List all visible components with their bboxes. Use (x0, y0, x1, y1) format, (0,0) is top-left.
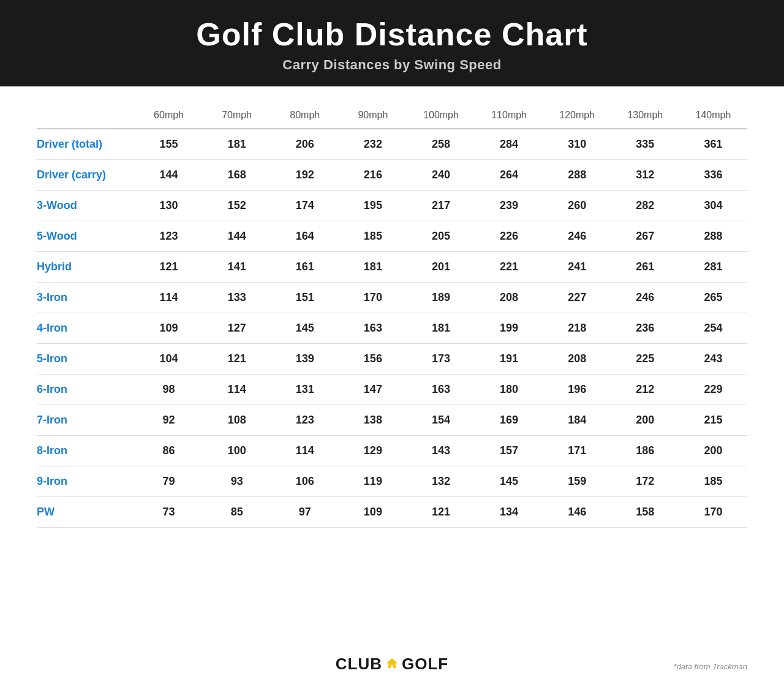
distance-value-cell: 246 (543, 221, 611, 252)
distance-value-cell: 152 (203, 191, 271, 221)
distance-value-cell: 208 (475, 283, 543, 313)
distance-value-cell: 336 (679, 160, 747, 191)
distance-value-cell: 181 (339, 252, 407, 283)
distance-value-cell: 261 (611, 252, 679, 283)
table-row: Hybrid121141161181201221241261281 (37, 252, 747, 283)
distance-value-cell: 265 (679, 283, 747, 313)
distance-value-cell: 310 (543, 129, 611, 160)
distance-value-cell: 85 (203, 497, 271, 528)
distance-value-cell: 221 (475, 252, 543, 283)
distance-value-cell: 206 (271, 129, 339, 160)
distance-value-cell: 191 (475, 344, 543, 375)
distance-value-cell: 185 (679, 466, 747, 497)
distance-value-cell: 243 (679, 344, 747, 375)
distance-value-cell: 169 (475, 405, 543, 436)
distance-value-cell: 106 (271, 466, 339, 497)
distance-value-cell: 168 (203, 160, 271, 191)
distance-value-cell: 172 (611, 466, 679, 497)
table-row: Driver (carry)14416819221624026428831233… (37, 160, 747, 191)
distance-value-cell: 192 (271, 160, 339, 191)
distance-value-cell: 267 (611, 221, 679, 252)
table-header: 60mph 70mph 80mph 90mph 100mph 110mph 12… (37, 105, 747, 129)
distance-value-cell: 132 (407, 466, 475, 497)
distance-value-cell: 114 (203, 375, 271, 405)
distance-value-cell: 225 (611, 344, 679, 375)
distance-value-cell: 157 (475, 436, 543, 466)
distance-value-cell: 218 (543, 313, 611, 344)
distance-value-cell: 281 (679, 252, 747, 283)
distance-value-cell: 217 (407, 191, 475, 221)
club-name-cell: 3-Iron (37, 283, 135, 313)
distance-value-cell: 130 (135, 191, 203, 221)
table-row: 5-Wood123144164185205226246267288 (37, 221, 747, 252)
distance-value-cell: 143 (407, 436, 475, 466)
distance-value-cell: 163 (339, 313, 407, 344)
distance-value-cell: 114 (135, 283, 203, 313)
distance-value-cell: 335 (611, 129, 679, 160)
distance-value-cell: 86 (135, 436, 203, 466)
distance-value-cell: 361 (679, 129, 747, 160)
distance-value-cell: 254 (679, 313, 747, 344)
distance-value-cell: 92 (135, 405, 203, 436)
speed-80-header: 80mph (271, 105, 339, 129)
distance-value-cell: 104 (135, 344, 203, 375)
distance-value-cell: 144 (203, 221, 271, 252)
club-name-cell: PW (37, 497, 135, 528)
distance-value-cell: 201 (407, 252, 475, 283)
page-title: Golf Club Distance Chart (24, 17, 760, 52)
distance-value-cell: 227 (543, 283, 611, 313)
page-subtitle: Carry Distances by Swing Speed (24, 57, 760, 73)
distance-value-cell: 119 (339, 466, 407, 497)
distance-value-cell: 129 (339, 436, 407, 466)
distance-value-cell: 123 (135, 221, 203, 252)
distance-value-cell: 108 (203, 405, 271, 436)
distance-value-cell: 180 (475, 375, 543, 405)
table-row: PW738597109121134146158170 (37, 497, 747, 528)
distance-value-cell: 156 (339, 344, 407, 375)
distance-value-cell: 181 (203, 129, 271, 160)
distance-value-cell: 260 (543, 191, 611, 221)
speed-70-header: 70mph (203, 105, 271, 129)
distance-value-cell: 171 (543, 436, 611, 466)
distance-value-cell: 258 (407, 129, 475, 160)
distance-value-cell: 100 (203, 436, 271, 466)
distance-value-cell: 141 (203, 252, 271, 283)
distance-value-cell: 155 (135, 129, 203, 160)
distance-value-cell: 123 (271, 405, 339, 436)
distance-value-cell: 184 (543, 405, 611, 436)
distance-value-cell: 93 (203, 466, 271, 497)
distance-value-cell: 170 (679, 497, 747, 528)
table-section: 60mph 70mph 80mph 90mph 100mph 110mph 12… (0, 86, 784, 644)
distance-value-cell: 288 (543, 160, 611, 191)
distance-value-cell: 304 (679, 191, 747, 221)
distance-value-cell: 133 (203, 283, 271, 313)
distance-value-cell: 229 (679, 375, 747, 405)
distance-value-cell: 284 (475, 129, 543, 160)
column-header-row: 60mph 70mph 80mph 90mph 100mph 110mph 12… (37, 105, 747, 129)
distance-value-cell: 139 (271, 344, 339, 375)
brand-logo: CLUB GOLF (336, 655, 448, 674)
distance-value-cell: 215 (679, 405, 747, 436)
distance-value-cell: 127 (203, 313, 271, 344)
distance-value-cell: 121 (407, 497, 475, 528)
table-row: 6-Iron98114131147163180196212229 (37, 375, 747, 405)
table-row: 5-Iron104121139156173191208225243 (37, 344, 747, 375)
club-name-cell: Driver (total) (37, 129, 135, 160)
distance-value-cell: 134 (475, 497, 543, 528)
table-row: Driver (total)15518120623225828431033536… (37, 129, 747, 160)
speed-130-header: 130mph (611, 105, 679, 129)
brand-club-text: CLUB (336, 655, 382, 674)
distance-value-cell: 199 (475, 313, 543, 344)
distance-value-cell: 282 (611, 191, 679, 221)
distance-value-cell: 98 (135, 375, 203, 405)
speed-110-header: 110mph (475, 105, 543, 129)
distance-value-cell: 145 (271, 313, 339, 344)
table-row: 8-Iron86100114129143157171186200 (37, 436, 747, 466)
table-row: 9-Iron7993106119132145159172185 (37, 466, 747, 497)
distance-value-cell: 239 (475, 191, 543, 221)
distance-value-cell: 216 (339, 160, 407, 191)
distance-value-cell: 147 (339, 375, 407, 405)
distance-value-cell: 97 (271, 497, 339, 528)
distance-value-cell: 181 (407, 313, 475, 344)
distance-value-cell: 200 (611, 405, 679, 436)
